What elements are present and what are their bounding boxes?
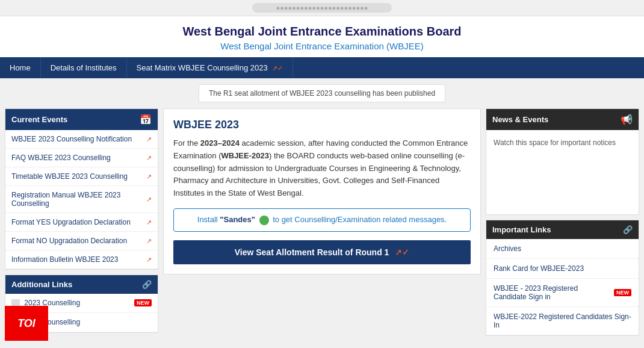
content-box: WBJEE 2023 For the 2023–2024 academic se… [163,108,481,275]
megaphone-icon: 📢 [621,114,633,125]
nav-seat-matrix[interactable]: Seat Matrix WBJEE Counselling 2023 ↗✓ [127,57,294,78]
sidebar-item-counselling-notification[interactable]: WBJEE 2023 Counselling Notification ↗ [5,130,158,149]
content-body: For the 2023–2024 academic session, afte… [173,137,471,200]
nav-institutes[interactable]: Details of Institutes [41,57,127,78]
arrow-icon-5: ↗ [146,237,152,245]
sidebar-item-format-no[interactable]: Format NO Upgradation Declaration ↗ [5,232,158,250]
main-content: WBJEE 2023 For the 2023–2024 academic se… [163,108,481,341]
news-events-header: News & Events 📢 [486,109,639,130]
nav-badge: ↗✓ [272,64,283,72]
new-badge-signin-2023: NEW [614,289,631,296]
current-events-title: Current Events [11,115,67,124]
button-arrow-icon: ↗✓ [395,247,409,257]
important-links-title: Important Links [492,225,551,234]
top-bar: ●●●●●●●●●●●●●●●●●●●●●●● [0,0,644,16]
ticker-wrapper: The R1 seat allotment of WBJEE 2023 coun… [0,78,644,108]
main-layout: Current Events 📅 WBJEE 2023 Counselling … [0,108,644,346]
right-sidebar: News & Events 📢 Watch this space for imp… [486,108,639,341]
new-badge-2023: NEW [134,299,152,306]
board-title: West Bengal Joint Entrance Examinations … [6,25,638,39]
sidebar-item-faq[interactable]: FAQ WBJEE 2023 Counselling ↗ [5,149,158,167]
news-placeholder-text: Watch this space for important notices [494,138,616,147]
sandes-text-after: to get Counselling/Examination related m… [273,215,447,224]
additional-links-title: Additional Links [11,280,72,289]
ticker-bar: The R1 seat allotment of WBJEE 2023 coun… [199,84,445,102]
sidebar-item-timetable[interactable]: Timetable WBJEE 2023 Counselling ↗ [5,167,158,186]
view-seat-allotment-button[interactable]: View Seat Allotment Result of Round 1 ↗✓ [173,240,471,264]
sidebar-item-registration-manual[interactable]: Registration Manual WBJEE 2023 Counselli… [5,186,158,213]
additional-links-header: Additional Links 🔗 [5,275,158,294]
important-links-icon: 🔗 [623,225,633,234]
toi-advertisement: TOI [5,306,48,341]
left-sidebar: Current Events 📅 WBJEE 2023 Counselling … [5,108,158,341]
sandes-text-before: Install [197,215,220,224]
important-item-sign-in-2023[interactable]: WBJEE - 2023 Registered Candidate Sign i… [486,279,639,307]
important-item-sign-in-2022[interactable]: WBJEE-2022 Registered Candidates Sign-In [486,307,639,335]
link-icon: 🔗 [142,280,152,289]
page-header: West Bengal Joint Entrance Examinations … [0,16,644,57]
sidebar-item-format-yes[interactable]: Format YES Upgradation Declaration ↗ [5,213,158,232]
board-subtitle: West Bengal Joint Entrance Examination (… [6,41,638,51]
important-item-rank-card[interactable]: Rank Card for WBJEE-2023 [486,259,639,279]
important-links-section: Important Links 🔗 Archives Rank Card for… [486,220,639,336]
arrow-icon-3: ↗ [146,196,152,204]
nav-bar: Home Details of Institutes Seat Matrix W… [0,57,644,78]
news-body: Watch this space for important notices [486,130,639,214]
arrow-icon-4: ↗ [146,219,152,226]
arrow-icon-0: ↗ [146,135,152,143]
arrow-icon-1: ↗ [146,154,152,162]
nav-home[interactable]: Home [0,57,41,78]
sandes-name: "Sandes" [220,215,255,224]
news-events-section: News & Events 📢 Watch this space for imp… [486,108,639,215]
ticker-text: The R1 seat allotment of WBJEE 2023 coun… [209,89,435,98]
sidebar-item-info-bulletin[interactable]: Information Bulletin WBJEE 2023 ↗ [5,250,158,269]
news-events-title: News & Events [492,115,548,124]
content-title: WBJEE 2023 [173,119,471,131]
sandes-box[interactable]: Install "Sandes" to get Counselling/Exam… [173,208,471,232]
important-links-header: Important Links 🔗 [486,220,639,239]
arrow-icon-6: ↗ [146,256,152,264]
current-events-section: Current Events 📅 WBJEE 2023 Counselling … [5,108,158,270]
url-bar-text: ●●●●●●●●●●●●●●●●●●●●●●● [252,3,392,13]
current-events-header: Current Events 📅 [5,109,158,130]
calendar-icon: 📅 [140,114,152,125]
arrow-icon-2: ↗ [146,173,152,181]
sandes-logo-icon [259,216,269,225]
important-item-archives[interactable]: Archives [486,239,639,259]
